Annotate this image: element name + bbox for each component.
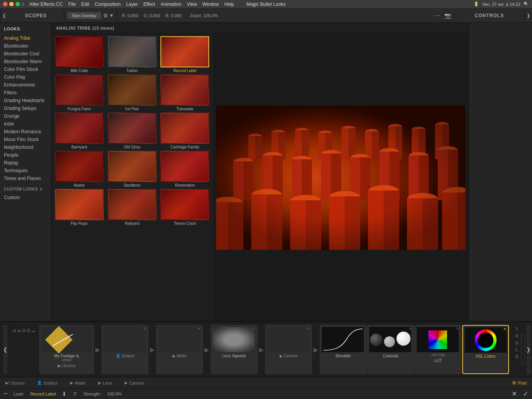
app-container: ❮ SCOPES Skin Overlay ⚙ ▼ R: 0.000 G: 0.… [0,9,532,399]
shoulder-thumb [322,327,364,352]
pipeline-node-lens-vignette[interactable]: ✕ Lens Vignette [211,325,257,374]
look-item-flip-flops[interactable]: Flip Flops [54,189,105,226]
sidebar-item-filters[interactable]: Filters [0,89,51,97]
look-thumb-ice-pick [108,74,157,106]
menu-effect[interactable]: Effect [143,2,155,7]
pipeline-node-source[interactable]: ✕ My Footage Is sRGB ▶| Source [39,325,94,374]
node-close-hsl[interactable]: ✕ [503,327,506,331]
look-label-restoration: Restoration [175,183,195,187]
pipeline-node-lut[interactable]: ✕ Hot Side LUT [415,325,462,374]
look-item-fungus-farm[interactable]: Fungus Farm [54,74,105,111]
node-close-camera[interactable]: ✕ [307,327,310,331]
sidebar-item-color-play[interactable]: Color Play [0,73,51,81]
source-label-btn[interactable]: Source [63,364,76,368]
skin-overlay-button[interactable]: Skin Overlay [67,12,101,19]
sidebar-item-times-and-places[interactable]: Times and Places [0,175,51,182]
sidebar-item-mono-film-stock[interactable]: Mono Film Stock [0,136,51,143]
colorista-label: Colorista [369,354,412,358]
node-close-subject[interactable]: ✕ [143,327,146,331]
node-close-lens[interactable]: ✕ [252,327,255,331]
sidebar-item-grading-setups[interactable]: Grading Setups [0,104,51,112]
close-button[interactable] [3,2,7,6]
node-close-colorista[interactable]: ✕ [409,327,412,331]
sidebar-item-enhancements[interactable]: Enhancements [0,81,51,89]
menu-composition[interactable]: Composition [95,2,121,7]
menu-layer[interactable]: Layer [126,2,138,7]
pipeline-node-shoulder[interactable]: ✕ Shoulder [320,325,366,374]
node-close-matte[interactable]: ✕ [197,327,201,331]
clock-icon[interactable]: ⏱ [73,392,77,396]
sidebar-item-modern-romance[interactable]: Modern Romance [0,128,51,136]
look-item-restoration[interactable]: Restoration [159,151,211,187]
look-item-old-glory[interactable]: Old Glory [106,113,158,149]
sidebar-item-analog-tribe[interactable]: Analog Tribe [0,34,51,42]
settings-icon[interactable]: ⚙ [103,12,108,19]
node-close-lut[interactable]: ✕ [456,327,459,331]
look-item-milk-crate[interactable]: Milk Crate [54,36,105,73]
menu-after-effects[interactable]: After Effects CC [29,2,63,7]
pipeline-node-colorista[interactable]: ✕ Colorista [367,325,414,374]
settings-dropdown-icon[interactable]: ▼ [109,13,114,18]
sidebar-item-people[interactable]: People [0,151,51,159]
sidebar-item-replay[interactable]: Replay [0,159,51,167]
sidebar-item-indie[interactable]: Indie [0,120,51,128]
pipeline-tab-camera[interactable]: ▶ Camera [122,380,147,386]
camera-icon[interactable]: 📷 [444,12,451,19]
sidebar-item-color-film-stock[interactable]: Color Film Stock [0,65,51,73]
apple-menu[interactable]:  [22,2,24,7]
minimize-button[interactable] [9,2,14,6]
status-bar-right: ✕ ✓ [512,390,528,397]
look-item-tennis-court[interactable]: Tennis Court [159,189,211,226]
collapse-right-btn[interactable]: ❯ [524,9,532,22]
pipeline-node-camera[interactable]: ✕ ▶ Camera [265,325,312,374]
look-item-railyard[interactable]: Railyard [106,189,158,226]
look-item-record-label[interactable]: Record Label [159,36,211,73]
pipeline-collapse-right[interactable]: ❯ [526,325,531,374]
sidebar-item-blockbuster-warm[interactable]: Blockbuster Warm [0,58,51,65]
undo-icon[interactable]: ↩ [4,391,7,396]
titlebar-right: 🔋 Ven. 27 avr. à 14:22 🔍 [474,2,529,7]
custom-looks-header[interactable]: CUSTOM LOOKS + [0,182,51,194]
look-label-railyard: Railyard [125,221,139,226]
pipeline-tab-subject[interactable]: 👤 Subject [35,380,60,386]
maximize-button[interactable] [16,2,20,6]
pipeline-tab-source[interactable]: ▶| Source [3,380,27,386]
look-item-barnyard[interactable]: Barnyard [54,113,105,149]
menu-file[interactable]: File [68,2,76,7]
save-icon[interactable]: ⬇ [62,391,67,397]
look-item-sandborn[interactable]: Sandborn [106,151,158,187]
menu-animation[interactable]: Animation [160,2,181,7]
look-item-transaxle[interactable]: Transaxle [159,74,211,111]
menu-window[interactable]: Window [203,2,219,7]
menu-edit[interactable]: Edit [81,2,90,7]
dots-icon[interactable]: ⋯ [434,12,441,19]
sidebar-item-custom[interactable]: Custom [0,194,51,201]
pipeline-node-subject[interactable]: ✕ 👤 Subject [102,325,148,374]
pipeline-node-matte[interactable]: ✕ ▶ Matte [156,325,203,374]
looks-grid-container: Milk Crate Tuition Record Label [51,34,213,321]
menu-view[interactable]: View [187,2,197,7]
look-item-tuition[interactable]: Tuition [106,36,158,73]
sidebar-item-blockbuster[interactable]: Blockbuster [0,42,51,50]
pipeline-tab-lens[interactable]: ▶ Lens [96,380,115,386]
pipeline-node-hsl-colors[interactable]: ✕ HSL Colors [462,325,509,374]
look-name: Record Label [30,392,56,396]
sidebar-item-techniques[interactable]: Techniques [0,167,51,175]
cancel-button[interactable]: ✕ [512,390,517,397]
pipeline-tab-matte[interactable]: ▶ Matte [68,380,88,386]
menu-help[interactable]: Help [224,2,234,7]
sidebar-item-grading-headstarts[interactable]: Grading Headstarts [0,97,51,104]
pipeline-collapse-left[interactable]: ❮ [3,325,8,374]
looks-header: LOOKS [0,25,51,34]
sidebar-item-blockbuster-cool[interactable]: Blockbuster Cool [0,50,51,58]
look-item-arpels[interactable]: Arpels [54,151,105,187]
sidebar-item-neighborhood[interactable]: Neighborhood [0,143,51,151]
search-icon[interactable]: 🔍 [523,2,529,7]
confirm-button[interactable]: ✓ [523,390,528,397]
look-item-ice-pick[interactable]: Ice Pick [106,74,158,111]
collapse-left-btn[interactable]: ❮ [0,9,8,22]
pipeline-tab-post[interactable]: 🔆 Post [509,380,529,386]
sidebar-item-grunge[interactable]: Grunge [0,112,51,120]
look-item-cartridge-family[interactable]: Cartridge Family [159,113,211,149]
lut-sublabel: Hot Side [417,353,460,357]
